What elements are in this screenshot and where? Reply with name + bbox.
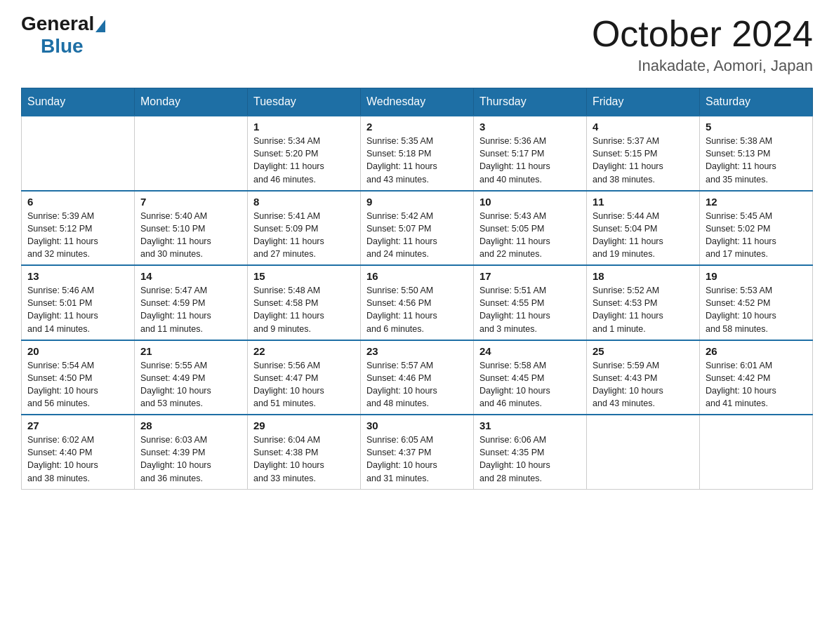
calendar-cell: 1Sunrise: 5:34 AM Sunset: 5:20 PM Daylig… <box>248 116 361 191</box>
calendar-cell <box>22 116 135 191</box>
day-number: 12 <box>706 196 807 208</box>
day-number: 29 <box>253 420 355 431</box>
day-number: 13 <box>27 270 128 282</box>
calendar-table: SundayMondayTuesdayWednesdayThursdayFrid… <box>21 88 813 490</box>
calendar-cell: 28Sunrise: 6:03 AM Sunset: 4:39 PM Dayli… <box>135 415 248 489</box>
calendar-cell: 27Sunrise: 6:02 AM Sunset: 4:40 PM Dayli… <box>22 415 135 489</box>
day-number: 20 <box>27 345 128 357</box>
day-info: Sunrise: 5:54 AM Sunset: 4:50 PM Dayligh… <box>27 359 128 410</box>
calendar-cell: 13Sunrise: 5:46 AM Sunset: 5:01 PM Dayli… <box>22 265 135 340</box>
logo: General <box>21 14 105 34</box>
calendar-cell: 15Sunrise: 5:48 AM Sunset: 4:58 PM Dayli… <box>248 265 361 340</box>
calendar-cell: 19Sunrise: 5:53 AM Sunset: 4:52 PM Dayli… <box>700 265 813 340</box>
calendar-week-row: 6Sunrise: 5:39 AM Sunset: 5:12 PM Daylig… <box>22 191 813 266</box>
day-info: Sunrise: 5:47 AM Sunset: 4:59 PM Dayligh… <box>140 284 241 335</box>
day-of-week-header: Thursday <box>474 88 587 116</box>
day-info: Sunrise: 5:59 AM Sunset: 4:43 PM Dayligh… <box>593 359 694 410</box>
day-number: 18 <box>593 270 694 282</box>
day-number: 6 <box>27 196 128 208</box>
calendar-week-row: 20Sunrise: 5:54 AM Sunset: 4:50 PM Dayli… <box>22 340 813 415</box>
calendar-cell <box>700 415 813 489</box>
calendar-cell <box>135 116 248 191</box>
day-info: Sunrise: 5:37 AM Sunset: 5:15 PM Dayligh… <box>593 135 694 186</box>
day-info: Sunrise: 6:03 AM Sunset: 4:39 PM Dayligh… <box>140 434 241 485</box>
calendar-cell: 30Sunrise: 6:05 AM Sunset: 4:37 PM Dayli… <box>361 415 474 489</box>
calendar-cell: 17Sunrise: 5:51 AM Sunset: 4:55 PM Dayli… <box>474 265 587 340</box>
day-info: Sunrise: 5:53 AM Sunset: 4:52 PM Dayligh… <box>706 284 807 335</box>
location: Inakadate, Aomori, Japan <box>592 57 813 75</box>
day-of-week-header: Saturday <box>700 88 813 116</box>
day-info: Sunrise: 5:36 AM Sunset: 5:17 PM Dayligh… <box>479 135 581 186</box>
day-number: 25 <box>593 345 694 357</box>
calendar-cell: 12Sunrise: 5:45 AM Sunset: 5:02 PM Dayli… <box>700 191 813 266</box>
day-number: 16 <box>366 270 468 282</box>
calendar-cell: 6Sunrise: 5:39 AM Sunset: 5:12 PM Daylig… <box>22 191 135 266</box>
day-number: 28 <box>140 420 241 431</box>
day-number: 22 <box>253 345 355 357</box>
day-number: 5 <box>706 121 807 133</box>
day-number: 15 <box>253 270 355 282</box>
day-info: Sunrise: 5:58 AM Sunset: 4:45 PM Dayligh… <box>479 359 581 410</box>
logo-triangle-icon <box>95 20 105 32</box>
calendar-cell: 8Sunrise: 5:41 AM Sunset: 5:09 PM Daylig… <box>248 191 361 266</box>
day-number: 4 <box>593 121 694 133</box>
calendar-cell: 22Sunrise: 5:56 AM Sunset: 4:47 PM Dayli… <box>248 340 361 415</box>
day-number: 2 <box>366 121 468 133</box>
day-info: Sunrise: 6:04 AM Sunset: 4:38 PM Dayligh… <box>253 434 355 485</box>
calendar-cell: 20Sunrise: 5:54 AM Sunset: 4:50 PM Dayli… <box>22 340 135 415</box>
day-number: 1 <box>253 121 355 133</box>
day-number: 7 <box>140 196 241 208</box>
calendar-week-row: 1Sunrise: 5:34 AM Sunset: 5:20 PM Daylig… <box>22 116 813 191</box>
day-number: 27 <box>27 420 128 431</box>
day-number: 14 <box>140 270 241 282</box>
month-title: October 2024 <box>592 14 813 54</box>
day-info: Sunrise: 5:45 AM Sunset: 5:02 PM Dayligh… <box>706 210 807 261</box>
day-info: Sunrise: 5:44 AM Sunset: 5:04 PM Dayligh… <box>593 210 694 261</box>
logo-general-text: General <box>21 14 94 34</box>
day-number: 9 <box>366 196 468 208</box>
day-of-week-header: Sunday <box>22 88 135 116</box>
calendar-week-row: 13Sunrise: 5:46 AM Sunset: 5:01 PM Dayli… <box>22 265 813 340</box>
day-number: 30 <box>366 420 468 431</box>
day-number: 17 <box>479 270 581 282</box>
calendar-cell: 14Sunrise: 5:47 AM Sunset: 4:59 PM Dayli… <box>135 265 248 340</box>
day-number: 23 <box>366 345 468 357</box>
day-number: 26 <box>706 345 807 357</box>
calendar-cell: 29Sunrise: 6:04 AM Sunset: 4:38 PM Dayli… <box>248 415 361 489</box>
day-number: 10 <box>479 196 581 208</box>
calendar-cell: 7Sunrise: 5:40 AM Sunset: 5:10 PM Daylig… <box>135 191 248 266</box>
day-info: Sunrise: 5:42 AM Sunset: 5:07 PM Dayligh… <box>366 210 468 261</box>
day-info: Sunrise: 5:34 AM Sunset: 5:20 PM Dayligh… <box>253 135 355 186</box>
day-number: 24 <box>479 345 581 357</box>
day-info: Sunrise: 5:50 AM Sunset: 4:56 PM Dayligh… <box>366 284 468 335</box>
calendar-cell: 21Sunrise: 5:55 AM Sunset: 4:49 PM Dayli… <box>135 340 248 415</box>
calendar-cell: 10Sunrise: 5:43 AM Sunset: 5:05 PM Dayli… <box>474 191 587 266</box>
day-info: Sunrise: 5:56 AM Sunset: 4:47 PM Dayligh… <box>253 359 355 410</box>
day-info: Sunrise: 5:48 AM Sunset: 4:58 PM Dayligh… <box>253 284 355 335</box>
day-info: Sunrise: 5:39 AM Sunset: 5:12 PM Dayligh… <box>27 210 128 261</box>
title-area: October 2024 Inakadate, Aomori, Japan <box>592 14 813 75</box>
day-number: 31 <box>479 420 581 431</box>
calendar-cell: 16Sunrise: 5:50 AM Sunset: 4:56 PM Dayli… <box>361 265 474 340</box>
day-info: Sunrise: 5:40 AM Sunset: 5:10 PM Dayligh… <box>140 210 241 261</box>
logo-blue-text: Blue <box>41 35 84 58</box>
day-of-week-header: Wednesday <box>361 88 474 116</box>
day-of-week-header: Friday <box>587 88 700 116</box>
day-info: Sunrise: 5:46 AM Sunset: 5:01 PM Dayligh… <box>27 284 128 335</box>
day-info: Sunrise: 6:01 AM Sunset: 4:42 PM Dayligh… <box>706 359 807 410</box>
day-info: Sunrise: 5:55 AM Sunset: 4:49 PM Dayligh… <box>140 359 241 410</box>
logo-area: General Blue <box>21 14 105 58</box>
day-info: Sunrise: 5:52 AM Sunset: 4:53 PM Dayligh… <box>593 284 694 335</box>
calendar-cell <box>587 415 700 489</box>
calendar-week-row: 27Sunrise: 6:02 AM Sunset: 4:40 PM Dayli… <box>22 415 813 489</box>
day-info: Sunrise: 5:43 AM Sunset: 5:05 PM Dayligh… <box>479 210 581 261</box>
calendar-cell: 18Sunrise: 5:52 AM Sunset: 4:53 PM Dayli… <box>587 265 700 340</box>
day-number: 21 <box>140 345 241 357</box>
calendar-cell: 24Sunrise: 5:58 AM Sunset: 4:45 PM Dayli… <box>474 340 587 415</box>
day-of-week-header: Monday <box>135 88 248 116</box>
calendar-cell: 2Sunrise: 5:35 AM Sunset: 5:18 PM Daylig… <box>361 116 474 191</box>
calendar-cell: 26Sunrise: 6:01 AM Sunset: 4:42 PM Dayli… <box>700 340 813 415</box>
calendar-cell: 11Sunrise: 5:44 AM Sunset: 5:04 PM Dayli… <box>587 191 700 266</box>
day-info: Sunrise: 5:38 AM Sunset: 5:13 PM Dayligh… <box>706 135 807 186</box>
header-row: SundayMondayTuesdayWednesdayThursdayFrid… <box>22 88 813 116</box>
